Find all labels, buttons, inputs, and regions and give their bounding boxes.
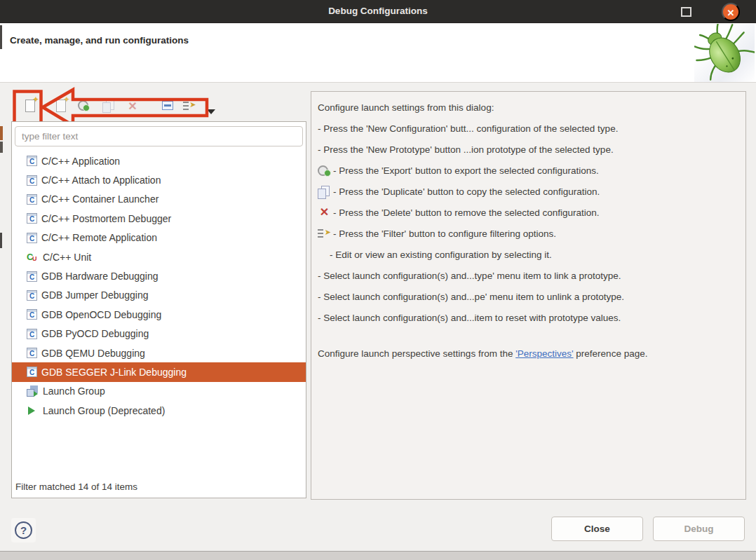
tree-item[interactable]: GDB SEGGER J-Link Debugging [12, 362, 306, 381]
collapse-all-icon [162, 101, 173, 110]
help-button[interactable]: ? [11, 518, 36, 542]
tree-item[interactable]: C/C++ Postmortem Debugger [12, 209, 306, 228]
filter-input[interactable] [15, 126, 303, 146]
duplicate-button[interactable] [100, 98, 116, 115]
perspectives-link[interactable]: 'Perspectives' [515, 348, 573, 359]
new-configuration-icon [25, 100, 35, 112]
capp-tree-icon [27, 271, 37, 282]
lg-tree-icon [27, 385, 39, 397]
help-line: - Press the 'New Prototype' button ...io… [318, 139, 741, 160]
tree-item-label: GDB OpenOCD Debugging [41, 309, 161, 320]
desktop-strip [0, 551, 756, 560]
tree-item-label: C/C++ Unit [43, 252, 91, 263]
help-line: - Press the 'Filter' button to configure… [318, 223, 741, 244]
tree-item[interactable]: GDB Hardware Debugging [12, 266, 306, 285]
configuration-tree-panel: C/C++ Application C/C++ Attach to Applic… [11, 121, 306, 498]
capp-tree-icon [27, 367, 37, 377]
tree-item[interactable]: GDB Jumper Debugging [12, 286, 306, 305]
maximize-button[interactable] [681, 7, 691, 17]
window-title: Debug Configurations [0, 0, 756, 23]
help-line: - Press the 'Delete' button to remove th… [318, 202, 741, 223]
capp-tree-icon [27, 329, 37, 339]
delete-icon [318, 207, 331, 218]
collapse-all-button[interactable] [160, 98, 175, 115]
help-line-text: - Press the 'New Configuration' butt... … [318, 123, 618, 134]
help-line-text: - Edit or view an existing configuration… [330, 250, 552, 260]
help-line-text: - Press the 'Export' button to export th… [333, 165, 599, 176]
help-line: Configure launch settings from this dial… [318, 97, 741, 118]
background-window-artifact [0, 126, 3, 140]
new-prototype-button[interactable] [53, 98, 69, 115]
help-panel: Configure launch settings from this dial… [311, 91, 746, 500]
toolbar [11, 91, 229, 125]
tree-item-label: C/C++ Attach to Application [41, 175, 161, 186]
capp-tree-icon [27, 194, 37, 205]
help-line: - Press the 'Export' button to export th… [318, 160, 741, 181]
capp-tree-icon [27, 348, 37, 358]
perspectives-paragraph: Configure launch perspective settings fr… [318, 346, 741, 361]
background-window-artifact [0, 142, 3, 153]
export-button[interactable] [76, 98, 91, 115]
background-window-artifact [0, 233, 2, 248]
help-line-text: - Press the 'Delete' button to remove th… [333, 207, 600, 218]
tree-item[interactable]: GDB PyOCD Debugging [12, 325, 306, 343]
tree-item-label: GDB QEMU Debugging [41, 348, 145, 359]
tree-item[interactable]: C/C++ Remote Application [12, 228, 306, 247]
duplicate-icon [102, 100, 114, 111]
help-line: - Select launch configuration(s) and...i… [318, 307, 741, 328]
titlebar: Debug Configurations ✕ [0, 0, 756, 23]
tree-item[interactable]: GDB QEMU Debugging [12, 343, 306, 362]
help-line: - Select launch configuration(s) and...p… [318, 286, 741, 307]
page-title: Create, manage, and run configurations [10, 35, 189, 46]
help-line-text: - Press the 'New Prototype' button ...io… [318, 144, 614, 155]
help-line-text: - Press the 'Filter' button to configure… [333, 228, 556, 239]
tree-item[interactable]: GDB OpenOCD Debugging [12, 305, 306, 324]
tree-item[interactable]: C/C++ Container Launcher [12, 190, 306, 209]
capp-tree-icon [27, 233, 37, 243]
filter-icon [318, 228, 331, 239]
tree-item-label: C/C++ Postmortem Debugger [41, 213, 171, 224]
toolbar-menu-button[interactable] [203, 102, 219, 119]
dialog-header: Create, manage, and run configurations [0, 24, 756, 83]
filter-button[interactable] [182, 98, 197, 115]
help-line-text: - Press the 'Duplicate' button to copy t… [333, 186, 600, 197]
close-button[interactable]: Close [551, 517, 643, 541]
debug-bug-icon [694, 24, 755, 82]
filter-status-text: Filter matched 14 of 14 items [15, 482, 137, 492]
background-window-artifact [0, 25, 2, 49]
tree-item-label: GDB SEGGER J-Link Debugging [41, 367, 187, 378]
capp-tree-icon [27, 290, 37, 301]
tree-item[interactable]: Launch Group [12, 382, 306, 401]
tree-item[interactable]: C/C++ Attach to Application [12, 170, 306, 189]
help-line: - Press the 'Duplicate' button to copy t… [318, 181, 741, 202]
perspectives-prefix: Configure launch perspective settings fr… [318, 348, 515, 359]
tree-item-label: Launch Group [43, 385, 105, 397]
debug-button[interactable]: Debug [653, 517, 745, 541]
filter-icon [183, 100, 196, 111]
help-line-text: - Select launch configuration(s) and...i… [318, 313, 621, 323]
capp-tree-icon [27, 156, 37, 166]
export-icon [78, 100, 90, 111]
tree-item-label: GDB Jumper Debugging [41, 289, 149, 301]
delete-button[interactable] [125, 98, 140, 115]
configuration-tree: C/C++ Application C/C++ Attach to Applic… [12, 151, 306, 475]
lgd-tree-icon [27, 405, 39, 416]
help-line: - Select launch configuration(s) and...t… [318, 265, 741, 286]
help-line: - Press the 'New Configuration' butt... … [318, 118, 741, 139]
capp-tree-icon [27, 175, 37, 186]
tree-item[interactable]: C/C++ Unit [12, 247, 306, 266]
new-configuration-button[interactable] [22, 98, 38, 115]
help-line: - Edit or view an existing configuration… [318, 244, 741, 265]
tree-item[interactable]: C/C++ Application [12, 151, 306, 170]
help-line-text: - Select launch configuration(s) and...p… [318, 292, 624, 302]
new-prototype-icon [56, 100, 66, 112]
chevron-down-icon [207, 109, 215, 114]
question-mark-icon: ? [15, 521, 32, 539]
debug-configurations-dialog: Debug Configurations ✕ Create, manage, a… [0, 0, 756, 560]
tree-item-label: C/C++ Container Launcher [41, 193, 158, 205]
tree-item[interactable]: Launch Group (Deprecated) [12, 401, 306, 420]
cu-tree-icon [27, 252, 39, 263]
delete-icon [127, 101, 138, 112]
capp-tree-icon [27, 309, 37, 320]
close-window-button[interactable]: ✕ [722, 3, 740, 21]
